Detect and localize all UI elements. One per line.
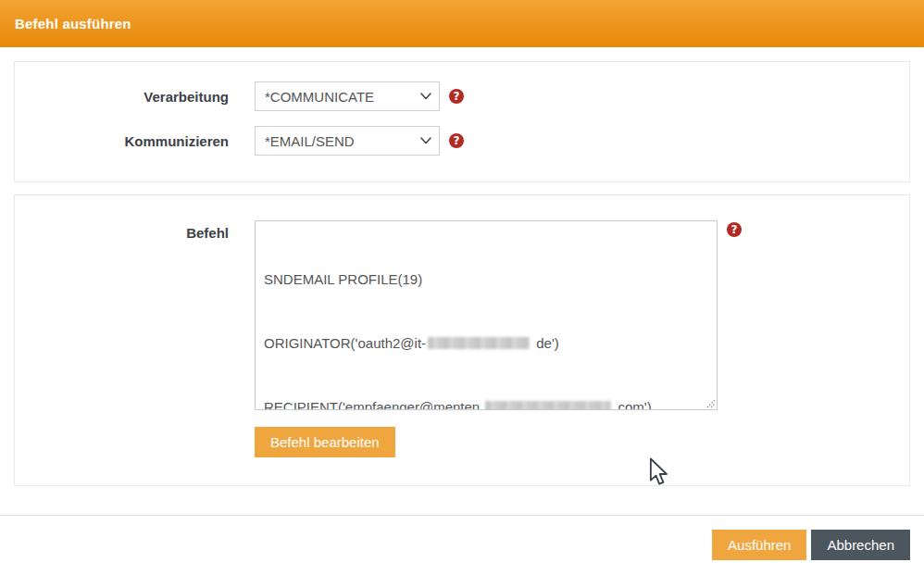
command-line: SNDEMAIL PROFILE(19) xyxy=(264,269,708,290)
kommunizieren-row: Kommunizieren *EMAIL/SEND ? xyxy=(15,126,464,156)
edit-command-button[interactable]: Befehl bearbeiten xyxy=(255,427,395,457)
redacted-text xyxy=(485,401,611,410)
command-line: ORIGINATOR('oauth2@it- de') xyxy=(264,332,708,354)
execute-command-dialog: Befehl ausführen Verarbeitung *COMMUNICA… xyxy=(0,0,924,575)
cancel-button[interactable]: Abbrechen xyxy=(811,530,910,560)
command-panel: Befehl SNDEMAIL PROFILE(19) ORIGINATOR('… xyxy=(14,194,910,486)
verarbeitung-label: Verarbeitung xyxy=(15,89,229,105)
dialog-titlebar: Befehl ausführen xyxy=(0,0,924,47)
processing-panel: Verarbeitung *COMMUNICATE ? Kommuniziere… xyxy=(14,61,910,182)
redacted-text xyxy=(428,337,530,349)
verarbeitung-row: Verarbeitung *COMMUNICATE ? xyxy=(15,81,464,111)
befehl-row: Befehl SNDEMAIL PROFILE(19) ORIGINATOR('… xyxy=(15,220,742,410)
command-textarea[interactable]: SNDEMAIL PROFILE(19) ORIGINATOR('oauth2@… xyxy=(255,220,718,410)
help-icon[interactable]: ? xyxy=(727,222,742,237)
befehl-label: Befehl xyxy=(15,220,229,241)
execute-button[interactable]: Ausführen xyxy=(712,530,806,560)
footer-divider xyxy=(0,515,924,516)
verarbeitung-select-wrap: *COMMUNICATE xyxy=(255,81,440,111)
kommunizieren-select-wrap: *EMAIL/SEND xyxy=(255,126,440,156)
command-line: RECIPIENT('empfaenger@menten. com') xyxy=(264,396,708,410)
kommunizieren-label: Kommunizieren xyxy=(15,133,229,149)
resize-handle-icon[interactable] xyxy=(705,397,716,408)
kommunizieren-select[interactable]: *EMAIL/SEND xyxy=(255,126,440,156)
verarbeitung-select[interactable]: *COMMUNICATE xyxy=(255,81,440,111)
footer-actions: Ausführen Abbrechen xyxy=(712,530,910,560)
help-icon[interactable]: ? xyxy=(449,133,464,148)
dialog-title: Befehl ausführen xyxy=(15,16,131,31)
help-icon[interactable]: ? xyxy=(449,89,464,104)
